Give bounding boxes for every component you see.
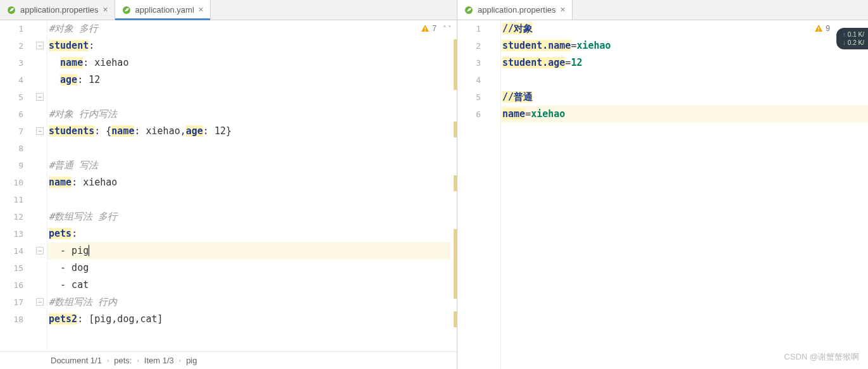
- svg-rect-2: [425, 27, 426, 30]
- breadcrumb-item[interactable]: pets:: [114, 356, 132, 365]
- breadcrumb-item[interactable]: Document 1/1: [51, 356, 102, 365]
- code-comment: #普通 写法: [49, 159, 98, 171]
- yaml-list-item: - dog: [49, 262, 89, 273]
- yaml-value: 12: [89, 74, 100, 85]
- net-upload: 0.1 K/: [843, 30, 864, 39]
- warning-icon: [814, 24, 823, 33]
- right-tab-bar: application.properties ✕: [457, 0, 868, 20]
- svg-rect-3: [425, 30, 426, 31]
- tab-application-properties-right[interactable]: application.properties ✕: [457, 0, 573, 20]
- prop-key: student.age: [502, 57, 565, 68]
- tab-application-yaml[interactable]: application.yaml ✕: [115, 0, 211, 20]
- fold-toggle-icon[interactable]: −: [36, 42, 44, 49]
- spring-leaf-icon: [464, 5, 474, 15]
- prop-comment: //对象: [502, 23, 533, 34]
- tab-label: application.properties: [20, 5, 99, 15]
- close-icon[interactable]: ✕: [560, 6, 566, 14]
- prop-key: student.name: [502, 40, 571, 51]
- yaml-value: xiehao: [83, 177, 117, 188]
- left-code-area[interactable]: #对象 多行 student: name: xiehao age: 12 #对象…: [47, 20, 450, 351]
- fold-column: [492, 20, 501, 369]
- svg-rect-5: [819, 27, 819, 30]
- right-editor-pane: application.properties ✕ 123456 //对象 stu…: [457, 0, 868, 369]
- left-tab-bar: application.properties ✕ application.yam…: [0, 0, 457, 20]
- spring-leaf-icon: [6, 5, 16, 15]
- fold-toggle-icon[interactable]: −: [36, 127, 44, 135]
- yaml-key: pets2: [49, 313, 77, 325]
- prop-key: name: [502, 108, 525, 120]
- tab-label: application.yaml: [135, 5, 194, 15]
- code-comment: #数组写法 多行: [49, 211, 117, 222]
- close-icon[interactable]: ✕: [102, 6, 108, 14]
- yaml-key: student: [49, 40, 89, 51]
- warning-count: 7: [432, 24, 437, 33]
- fold-toggle-icon[interactable]: −: [36, 247, 44, 254]
- fold-column: − − − − −: [35, 20, 47, 351]
- net-download: 0.2 K/: [843, 39, 864, 47]
- breadcrumb-item[interactable]: pig: [186, 356, 197, 365]
- left-editor-pane: application.properties ✕ application.yam…: [0, 0, 457, 369]
- warning-icon: [421, 24, 430, 33]
- yaml-key: pets: [49, 228, 71, 239]
- change-marker-bar: [450, 20, 457, 351]
- performance-widget[interactable]: 0.1 K/ 0.2 K/: [836, 28, 868, 49]
- code-comment: #数组写法 行内: [49, 296, 117, 308]
- warning-count: 9: [826, 24, 830, 33]
- right-code-area[interactable]: //对象 student.name=xiehao student.age=12 …: [501, 20, 868, 369]
- inspection-widget[interactable]: 9: [814, 24, 830, 33]
- fold-toggle-icon[interactable]: −: [36, 298, 44, 306]
- code-comment: #对象 多行: [49, 23, 98, 34]
- yaml-key: students: [49, 125, 94, 137]
- chevron-down-icon[interactable]: ˅: [448, 25, 452, 33]
- watermark-text: CSDN @谢蟹蟹猴啊: [784, 351, 859, 363]
- left-editor[interactable]: 123456789101112131415161718 − − − − − #对…: [0, 20, 457, 351]
- inspection-nav: ˄ ˅: [443, 25, 452, 33]
- code-comment: #对象 行内写法: [49, 108, 117, 120]
- prop-comment: //普通: [502, 91, 533, 103]
- yaml-key: age: [60, 74, 77, 85]
- yaml-key: name: [49, 177, 71, 188]
- left-line-gutter: 123456789101112131415161718: [0, 20, 35, 351]
- prop-value: 12: [571, 57, 582, 68]
- close-icon[interactable]: ✕: [198, 6, 204, 14]
- chevron-up-icon[interactable]: ˄: [443, 25, 447, 33]
- text-cursor: [89, 245, 89, 256]
- yaml-list-item: - cat: [49, 279, 89, 291]
- yaml-value: [pig,dog,cat]: [89, 313, 163, 325]
- inspection-widget[interactable]: 7 ˄ ˅: [421, 24, 452, 33]
- prop-value: xiehao: [531, 108, 565, 120]
- yaml-list-item: - pig: [49, 245, 89, 256]
- breadcrumb-item[interactable]: Item 1/3: [144, 356, 174, 365]
- prop-value: xiehao: [576, 40, 611, 51]
- svg-rect-6: [819, 30, 819, 31]
- tab-label: application.properties: [478, 5, 556, 15]
- breadcrumb-bar: Document 1/1› pets:› Item 1/3› pig: [0, 351, 457, 369]
- fold-toggle-icon[interactable]: −: [36, 93, 44, 101]
- yaml-key: name: [60, 57, 83, 68]
- tab-application-properties-left[interactable]: application.properties ✕: [0, 0, 115, 20]
- right-line-gutter: 123456: [457, 20, 492, 369]
- spring-leaf-icon: [121, 5, 132, 15]
- right-editor[interactable]: 123456 //对象 student.name=xiehao student.…: [457, 20, 868, 369]
- yaml-value: xiehao: [94, 57, 128, 68]
